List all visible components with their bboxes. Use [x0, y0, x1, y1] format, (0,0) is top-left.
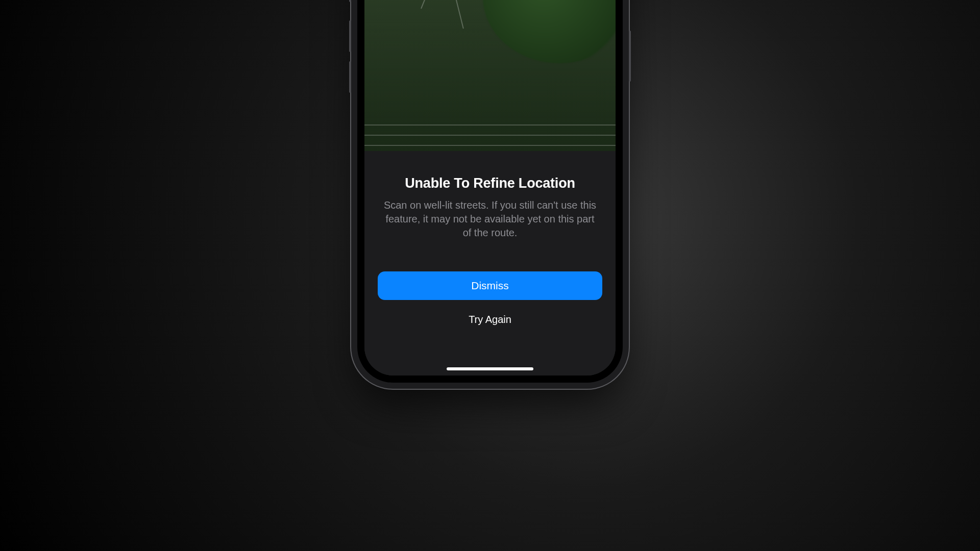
decoration — [421, 0, 467, 9]
volume-down-button — [349, 61, 351, 93]
sheet-title: Unable To Refine Location — [378, 176, 602, 191]
decoration — [364, 124, 616, 126]
home-indicator[interactable] — [447, 367, 533, 370]
screen: Unable To Refine Location Scan on well-l… — [364, 0, 616, 375]
decoration — [431, 0, 463, 29]
device-frame: Unable To Refine Location Scan on well-l… — [357, 0, 623, 383]
decoration — [483, 0, 616, 63]
decoration — [364, 0, 385, 17]
volume-up-button — [349, 20, 351, 52]
decoration — [364, 135, 616, 136]
power-button — [629, 31, 631, 82]
error-sheet: Unable To Refine Location Scan on well-l… — [364, 151, 616, 375]
dismiss-button[interactable]: Dismiss — [378, 271, 602, 300]
silence-switch — [349, 0, 351, 2]
try-again-button[interactable]: Try Again — [378, 308, 602, 331]
sheet-body: Scan on well-lit streets. If you still c… — [383, 198, 597, 240]
decoration — [364, 145, 616, 146]
